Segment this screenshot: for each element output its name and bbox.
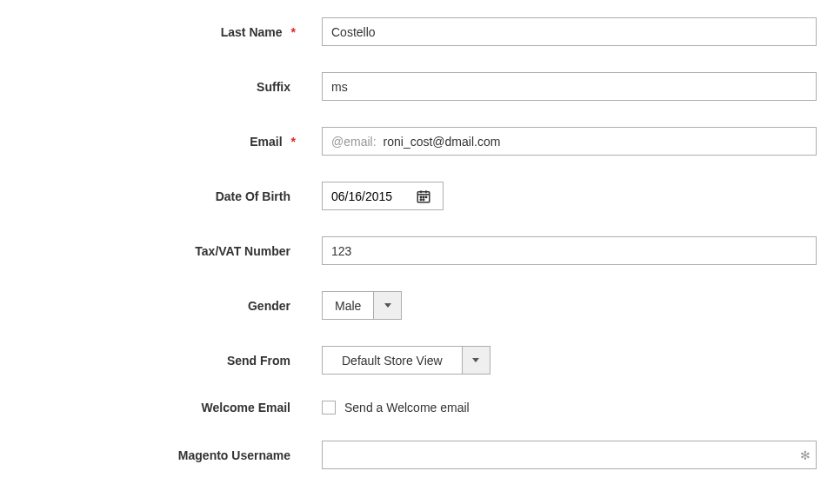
row-last-name: Last Name * xyxy=(0,17,834,46)
magento-username-input[interactable] xyxy=(323,441,816,468)
username-wrapper: ✻ xyxy=(322,441,817,469)
required-mark: * xyxy=(291,25,296,39)
welcome-email-checkbox[interactable] xyxy=(322,401,336,414)
label-text-last-name: Last Name xyxy=(221,25,283,39)
calendar-icon[interactable] xyxy=(410,182,437,209)
svg-point-5 xyxy=(423,196,424,198)
gender-select-value: Male xyxy=(322,291,373,320)
field-welcome-email: Send a Welcome email xyxy=(322,401,834,414)
svg-point-8 xyxy=(423,199,424,201)
label-text-email: Email xyxy=(250,135,282,149)
label-taxvat: Tax/VAT Number xyxy=(0,244,322,258)
label-magento-username: Magento Username xyxy=(0,448,322,462)
field-gender: Male xyxy=(322,291,834,320)
svg-point-4 xyxy=(420,196,422,198)
label-text-taxvat: Tax/VAT Number xyxy=(195,244,290,258)
svg-point-7 xyxy=(420,199,422,201)
label-text-gender: Gender xyxy=(248,299,290,313)
field-email: @email: xyxy=(322,127,834,156)
row-dob: Date Of Birth xyxy=(0,182,834,210)
label-text-magento-username: Magento Username xyxy=(178,448,290,462)
email-input[interactable] xyxy=(384,128,807,155)
label-text-suffix: Suffix xyxy=(257,80,290,94)
label-text-welcome-email: Welcome Email xyxy=(202,401,290,414)
label-dob: Date Of Birth xyxy=(0,189,322,203)
customer-form: Last Name * Suffix Email * @email: xyxy=(0,17,834,469)
row-welcome-email: Welcome Email Send a Welcome email xyxy=(0,401,834,414)
field-magento-username: ✻ xyxy=(322,441,834,469)
label-email: Email * xyxy=(0,135,322,149)
last-name-input[interactable] xyxy=(322,17,817,46)
chevron-down-icon xyxy=(373,291,402,320)
label-text-dob: Date Of Birth xyxy=(216,189,290,203)
label-send-from: Send From xyxy=(0,354,322,368)
label-text-send-from: Send From xyxy=(227,354,290,368)
row-gender: Gender Male xyxy=(0,291,834,320)
row-magento-username: Magento Username ✻ xyxy=(0,441,834,469)
email-prefix: @email: xyxy=(331,135,377,149)
suffix-input[interactable] xyxy=(322,72,817,101)
send-from-select[interactable]: Default Store View xyxy=(322,346,490,375)
taxvat-input[interactable] xyxy=(322,236,817,265)
label-suffix: Suffix xyxy=(0,80,322,94)
field-dob xyxy=(322,182,834,210)
dob-input[interactable] xyxy=(323,182,410,209)
label-welcome-email: Welcome Email xyxy=(0,401,322,414)
field-suffix xyxy=(322,72,834,101)
welcome-email-checkbox-label: Send a Welcome email xyxy=(344,401,470,414)
field-taxvat xyxy=(322,236,834,265)
row-email: Email * @email: xyxy=(0,127,834,156)
label-last-name: Last Name * xyxy=(0,25,322,39)
gear-icon[interactable]: ✻ xyxy=(800,448,811,462)
field-send-from: Default Store View xyxy=(322,346,834,375)
field-last-name xyxy=(322,17,834,46)
welcome-email-checkbox-wrapper: Send a Welcome email xyxy=(322,401,470,414)
row-suffix: Suffix xyxy=(0,72,834,101)
date-wrapper xyxy=(322,182,444,210)
chevron-down-icon xyxy=(462,346,490,375)
row-taxvat: Tax/VAT Number xyxy=(0,236,834,265)
row-send-from: Send From Default Store View xyxy=(0,346,834,375)
required-mark: * xyxy=(291,135,296,149)
email-wrapper: @email: xyxy=(322,127,817,156)
label-gender: Gender xyxy=(0,299,322,313)
send-from-select-value: Default Store View xyxy=(322,346,462,375)
svg-point-6 xyxy=(425,196,427,198)
gender-select[interactable]: Male xyxy=(322,291,402,320)
